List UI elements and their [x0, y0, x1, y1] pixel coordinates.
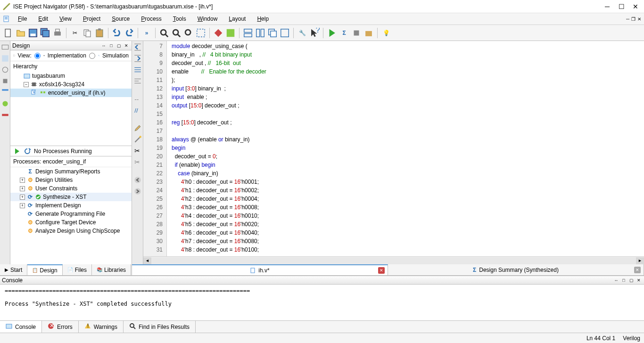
- rail-btn-2[interactable]: [1, 54, 9, 63]
- panel-float-icon[interactable]: □: [108, 42, 115, 49]
- menu-window[interactable]: Window: [192, 14, 223, 24]
- bottom-tab-console[interactable]: Console: [0, 321, 42, 333]
- erail-indent-right-icon[interactable]: [133, 54, 142, 63]
- process-item[interactable]: +⚙User Constraints: [10, 184, 132, 193]
- unknown-tool-1[interactable]: [213, 27, 224, 39]
- cut-button[interactable]: ✂: [69, 27, 81, 39]
- unknown-tool-2[interactable]: [225, 27, 236, 39]
- editor-tab[interactable]: ih.v*✕: [132, 264, 388, 275]
- tab-start[interactable]: ▶Start: [0, 264, 27, 275]
- package-button[interactable]: [363, 27, 374, 39]
- console-body[interactable]: ========================================…: [0, 285, 644, 320]
- rail-btn-4[interactable]: [1, 77, 9, 85]
- rail-btn-3[interactable]: [1, 65, 9, 74]
- scroll-left-icon[interactable]: ◄: [143, 257, 151, 264]
- erail-fwd-icon[interactable]: [133, 187, 142, 196]
- bottom-tab-errors[interactable]: ✕Errors: [42, 321, 79, 333]
- undo-button[interactable]: [111, 27, 123, 39]
- lightbulb-icon[interactable]: 💡: [380, 27, 392, 39]
- open-button[interactable]: [15, 27, 26, 39]
- redo-button[interactable]: [124, 27, 135, 39]
- project-node[interactable]: tugasbuarum: [10, 72, 132, 80]
- erail-lines2-icon[interactable]: [133, 77, 142, 85]
- expander-icon[interactable]: +: [20, 178, 25, 183]
- zoom-area-button[interactable]: [195, 27, 206, 39]
- rail-btn-6[interactable]: [1, 99, 9, 108]
- menu-source[interactable]: Source: [106, 14, 135, 24]
- window-single-button[interactable]: [279, 27, 290, 39]
- zoom-out-button[interactable]: [171, 27, 182, 39]
- erail-pencil-icon[interactable]: [133, 124, 142, 132]
- bottom-tab-find-in-files-results[interactable]: Find in Files Results: [124, 321, 196, 333]
- console-arrow-icon[interactable]: ↔: [613, 277, 619, 284]
- console-close-icon[interactable]: ✕: [636, 277, 642, 284]
- mdi-close-icon[interactable]: ✕: [637, 16, 641, 22]
- process-item[interactable]: +⚙Design Utilities: [10, 176, 132, 184]
- process-item[interactable]: ΣDesign Summary/Reports: [10, 167, 132, 176]
- paste-button[interactable]: [94, 27, 105, 39]
- window-cascade-button[interactable]: [267, 27, 278, 39]
- erail-indent-left-icon[interactable]: [133, 43, 142, 51]
- erail-cut2-icon[interactable]: ✂: [133, 158, 142, 166]
- process-item[interactable]: +⟳Synthesize - XST: [10, 193, 132, 201]
- rail-btn-1[interactable]: [1, 43, 9, 51]
- erail-cut-icon[interactable]: ✂: [133, 147, 142, 155]
- panel-close-icon[interactable]: ✕: [123, 42, 130, 49]
- simulation-radio[interactable]: [89, 53, 95, 59]
- close-tab-icon[interactable]: ✕: [378, 267, 385, 274]
- erail-comment-icon[interactable]: --: [133, 95, 142, 103]
- scroll-right-icon[interactable]: ►: [636, 257, 644, 264]
- window-tile-v-button[interactable]: [255, 27, 266, 39]
- chip-button[interactable]: [351, 27, 362, 39]
- window-tile-h-button[interactable]: [242, 27, 254, 39]
- process-item[interactable]: +⟳Implement Design: [10, 201, 132, 210]
- erail-back-icon[interactable]: [133, 176, 142, 184]
- menu-tools[interactable]: Tools: [167, 14, 192, 24]
- tab-design[interactable]: 📋Design: [27, 264, 62, 275]
- horizontal-scrollbar[interactable]: ◄ ►: [143, 256, 644, 264]
- zoom-fit-button[interactable]: [183, 27, 194, 39]
- save-button[interactable]: [27, 27, 39, 39]
- menu-file[interactable]: File: [12, 14, 33, 24]
- menu-layout[interactable]: Layout: [223, 14, 251, 24]
- console-max-icon[interactable]: ▢: [628, 277, 635, 284]
- editor-tab[interactable]: ΣDesign Summary (Synthesized)✕: [388, 264, 644, 275]
- panel-arrow-icon[interactable]: ↔: [100, 42, 107, 49]
- code-editor[interactable]: module decoder_using_case (binary_in , /…: [167, 41, 644, 256]
- rail-btn-5[interactable]: [1, 88, 9, 97]
- process-item[interactable]: ⚙Configure Target Device: [10, 218, 132, 227]
- new-button[interactable]: [3, 27, 14, 39]
- bottom-tab-warnings[interactable]: !Warnings: [79, 321, 124, 333]
- tools-button[interactable]: 🔧: [297, 27, 308, 39]
- console-float-icon[interactable]: □: [620, 277, 627, 284]
- implementation-radio[interactable]: [34, 53, 41, 59]
- close-button[interactable]: ✕: [633, 4, 638, 9]
- tab-libraries[interactable]: 📚Libraries: [92, 264, 131, 275]
- device-node[interactable]: − xc6slx16-3csg324: [10, 80, 132, 89]
- rail-btn-7[interactable]: [1, 111, 9, 119]
- expander-icon[interactable]: +: [20, 186, 25, 191]
- goto-button[interactable]: »: [141, 27, 152, 39]
- menu-help[interactable]: Help: [251, 14, 274, 24]
- erail-lines-icon[interactable]: [133, 65, 142, 74]
- expander-icon[interactable]: +: [20, 195, 25, 200]
- process-item[interactable]: ⚙Analyze Design Using ChipScope: [10, 227, 132, 235]
- process-item[interactable]: ⟳Generate Programming File: [10, 210, 132, 218]
- panel-max-icon[interactable]: ▢: [116, 42, 122, 49]
- run-icon[interactable]: [13, 147, 21, 155]
- menu-edit[interactable]: Edit: [33, 14, 54, 24]
- mdi-restore-icon[interactable]: ❐: [631, 16, 636, 22]
- maximize-button[interactable]: ☐: [619, 4, 624, 9]
- menu-view[interactable]: View: [54, 14, 77, 24]
- help-cursor-button[interactable]: ?: [309, 27, 320, 39]
- zoom-in-button[interactable]: [158, 27, 170, 39]
- menu-process[interactable]: Process: [135, 14, 167, 24]
- menu-project[interactable]: Project: [77, 14, 106, 24]
- save-all-button[interactable]: [40, 27, 51, 39]
- tab-files[interactable]: 📄Files: [63, 264, 92, 275]
- expander-icon[interactable]: +: [20, 203, 25, 208]
- copy-button[interactable]: [82, 27, 93, 39]
- mdi-minimize-icon[interactable]: ─: [626, 16, 629, 22]
- minimize-button[interactable]: ─: [604, 4, 610, 9]
- sigma-button[interactable]: Σ: [339, 27, 350, 39]
